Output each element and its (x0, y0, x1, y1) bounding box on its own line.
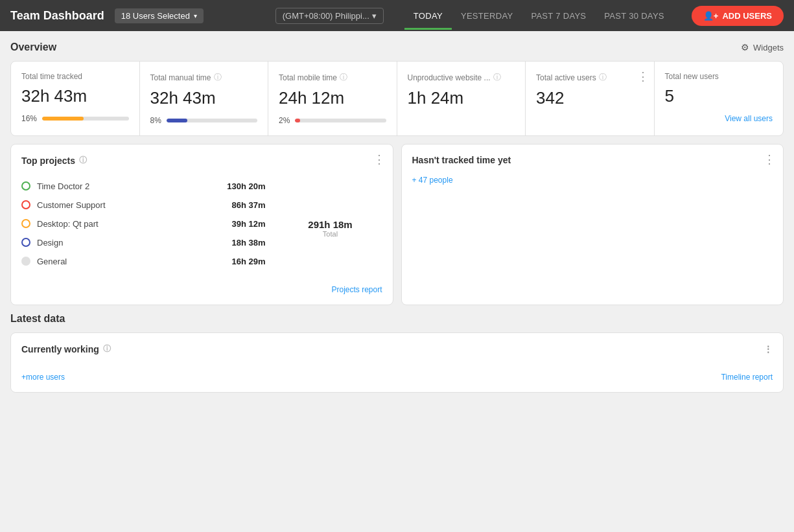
stat-value: 342 (536, 88, 644, 108)
info-icon[interactable]: ⓘ (79, 155, 87, 166)
stat-label: Total mobile time ⓘ (279, 72, 386, 83)
stat-value: 32h 43m (150, 88, 258, 108)
project-dot (21, 257, 30, 266)
latest-header: Latest data (10, 313, 784, 325)
tab-today[interactable]: TODAY (404, 2, 452, 30)
project-dot (21, 238, 30, 247)
project-time: 86h 37m (231, 200, 265, 210)
project-time: 16h 29m (231, 257, 265, 266)
widgets-label: Widgets (753, 43, 784, 52)
project-dot (21, 181, 30, 191)
project-row: Time Doctor 2 130h 20m (21, 181, 266, 191)
projects-report-link[interactable]: Projects report (21, 285, 382, 294)
project-name: Customer Support (37, 200, 225, 210)
donut-value: 291h 18m (308, 219, 352, 230)
stat-bar (295, 119, 386, 122)
project-name: Desktop: Qt part (37, 219, 225, 229)
header: Team Dashboard 18 Users Selected ▾ (GMT+… (0, 0, 794, 31)
working-footer: +more users Timeline report (21, 373, 773, 382)
add-users-label: ADD USERS (722, 11, 772, 21)
overview-header: Overview ⚙ Widgets (10, 41, 784, 53)
widgets-button[interactable]: ⚙ Widgets (741, 42, 784, 52)
top-projects-card: Top projects ⓘ ⋮ Time Doctor 2 130h 20m … (10, 144, 393, 305)
stat-card-1: Total manual time ⓘ 32h 43m 8% (140, 62, 269, 135)
page-title: Team Dashboard (10, 9, 104, 23)
stat-percent: 8% (150, 116, 161, 125)
chevron-down-icon: ▾ (372, 11, 377, 21)
project-name: General (37, 257, 225, 266)
view-all-users-link[interactable]: View all users (665, 114, 773, 123)
stat-label: Total active users ⓘ (536, 72, 644, 83)
timezone-label: (GMT+08:00) Philippi... (283, 11, 369, 21)
stat-more[interactable]: ⋮ (637, 69, 649, 84)
project-time: 130h 20m (227, 181, 265, 191)
stat-card-3: Unproductive website ... ⓘ 1h 24m (397, 62, 526, 135)
donut-chart: 291h 18m Total (279, 176, 382, 280)
info-icon[interactable]: ⓘ (493, 72, 501, 83)
timeline-report-link[interactable]: Timeline report (721, 373, 773, 382)
latest-section: Latest data Currently working ⓘ ⋮ +more … (10, 313, 784, 393)
chevron-down-icon: ▾ (194, 12, 197, 19)
project-dot (21, 219, 30, 228)
info-icon[interactable]: ⓘ (214, 72, 222, 83)
stat-percent: 2% (279, 116, 290, 125)
more-users-link[interactable]: +more users (21, 373, 65, 382)
project-row: Desktop: Qt part 39h 12m (21, 219, 266, 229)
top-projects-more[interactable]: ⋮ (373, 152, 385, 167)
stat-value: 1h 24m (408, 88, 515, 108)
middle-grid: Top projects ⓘ ⋮ Time Doctor 2 130h 20m … (10, 144, 784, 305)
stat-label: Unproductive website ... ⓘ (408, 72, 515, 83)
stat-bar (42, 117, 128, 121)
info-icon-working[interactable]: ⓘ (103, 343, 111, 354)
stat-bar-fill (295, 119, 300, 122)
tab-yesterday[interactable]: YESTERDAY (452, 2, 522, 30)
gear-icon: ⚙ (741, 42, 749, 52)
stat-value: 24h 12m (279, 88, 386, 108)
projects-layout: Time Doctor 2 130h 20m Customer Support … (21, 176, 382, 280)
projects-list: Time Doctor 2 130h 20m Customer Support … (21, 181, 266, 275)
stat-percent: 16% (21, 114, 37, 123)
currently-working-card: Currently working ⓘ ⋮ +more users Timeli… (10, 332, 784, 393)
donut-label: 291h 18m Total (308, 219, 352, 238)
project-time: 18h 38m (231, 238, 265, 248)
hasnt-tracked-card: Hasn't tracked time yet ⋮ + 47 people (401, 144, 784, 305)
add-users-button[interactable]: 👤+ ADD USERS (692, 6, 784, 26)
stat-bar-fill (167, 119, 187, 122)
project-name: Time Doctor 2 (37, 181, 220, 191)
working-more[interactable]: ⋮ (764, 344, 773, 354)
hasnt-tracked-more[interactable]: ⋮ (764, 152, 775, 167)
stat-value: 5 (665, 86, 773, 106)
stat-card-2: Total mobile time ⓘ 24h 12m 2% (268, 62, 397, 135)
project-time: 39h 12m (231, 219, 265, 229)
info-icon[interactable]: ⓘ (340, 72, 347, 83)
users-selected-dropdown[interactable]: 18 Users Selected ▾ (115, 8, 204, 23)
project-row: Customer Support 86h 37m (21, 200, 266, 210)
top-projects-title: Top projects ⓘ (21, 155, 382, 166)
project-row: General 16h 29m (21, 257, 266, 266)
overview-title: Overview (10, 41, 56, 53)
latest-title: Latest data (10, 313, 65, 325)
add-users-icon: 👤+ (703, 11, 719, 21)
project-row: Design 18h 38m (21, 238, 266, 248)
working-title: Currently working ⓘ ⋮ (21, 343, 773, 354)
users-selected-label: 18 Users Selected (121, 11, 190, 21)
nav-tabs: TODAY YESTERDAY PAST 7 DAYS PAST 30 DAYS (404, 2, 673, 30)
stat-label: Total manual time ⓘ (150, 72, 258, 83)
stat-value: 32h 43m (21, 86, 129, 106)
stat-bar-fill (42, 117, 84, 121)
project-name: Design (37, 238, 225, 248)
stat-card-4: Total active users ⓘ 342 ⋮ (526, 62, 655, 135)
stats-grid: Total time tracked 32h 43m 16% Total man… (10, 61, 784, 136)
hasnt-tracked-title: Hasn't tracked time yet (412, 155, 773, 165)
stat-card-0: Total time tracked 32h 43m 16% (11, 62, 140, 135)
tab-past-7-days[interactable]: PAST 7 DAYS (522, 2, 595, 30)
more-people-link[interactable]: + 47 people (412, 176, 773, 185)
stat-card-5: Total new users 5 View all users (655, 62, 784, 135)
main-content: Overview ⚙ Widgets Total time tracked 32… (0, 31, 794, 403)
tab-past-30-days[interactable]: PAST 30 DAYS (595, 2, 673, 30)
info-icon[interactable]: ⓘ (599, 72, 607, 83)
project-dot (21, 200, 30, 209)
timezone-selector[interactable]: (GMT+08:00) Philippi... ▾ (275, 8, 384, 24)
stat-label: Total new users (665, 72, 773, 81)
stat-bar (167, 119, 257, 122)
